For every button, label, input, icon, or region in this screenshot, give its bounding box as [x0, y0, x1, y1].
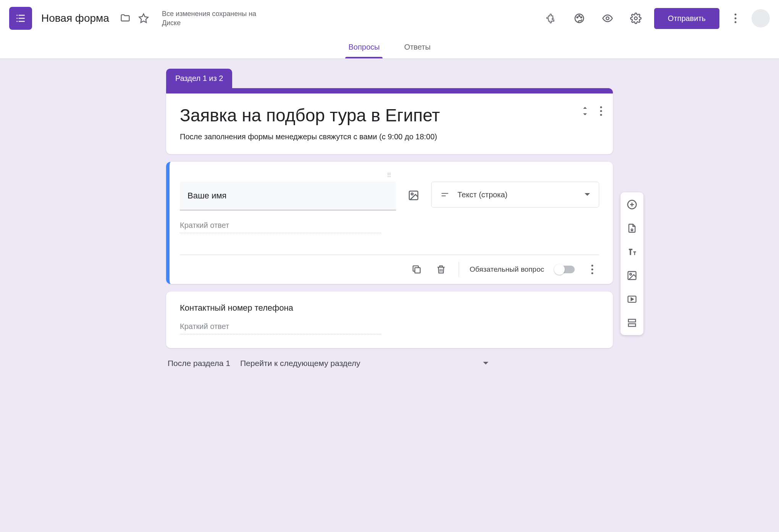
svg-point-6 [735, 14, 737, 16]
editor-canvas: Раздел 1 из 2 Заявка на подбор тура в Ег… [0, 59, 779, 532]
settings-icon[interactable] [628, 11, 643, 26]
form-description[interactable]: После заполнения формы менеджеры свяжутс… [180, 132, 599, 141]
duplicate-icon[interactable] [410, 263, 423, 276]
form-icon [15, 12, 27, 24]
chevron-down-icon [584, 193, 590, 197]
add-video-icon[interactable] [624, 292, 640, 307]
after-section-label: После раздела 1 [168, 359, 230, 368]
addons-icon[interactable] [543, 11, 559, 26]
add-title-icon[interactable] [624, 244, 640, 260]
save-status: Все изменения сохранены на Диске [162, 9, 261, 28]
add-image-icon[interactable] [624, 268, 640, 283]
tab-questions[interactable]: Вопросы [345, 37, 383, 58]
add-question-icon[interactable] [624, 197, 640, 212]
palette-icon[interactable] [572, 11, 587, 26]
question-title[interactable]: Контактный номер телефона [180, 303, 599, 313]
document-title[interactable]: Новая форма [41, 12, 109, 24]
svg-point-16 [592, 269, 593, 271]
svg-point-17 [592, 272, 593, 274]
question-more-icon[interactable] [585, 263, 599, 276]
after-section-action: Перейти к следующему разделу [240, 359, 360, 368]
question-type-label: Текст (строка) [457, 190, 507, 199]
card-more-icon[interactable] [600, 106, 602, 116]
svg-rect-23 [629, 324, 636, 326]
form-header-card[interactable]: Заявка на подбор тура в Египет После зап… [166, 88, 613, 154]
svg-point-2 [579, 15, 580, 16]
required-toggle[interactable] [555, 266, 575, 273]
question-card-inactive[interactable]: Контактный номер телефона Краткий ответ [166, 292, 613, 348]
svg-point-8 [735, 21, 737, 23]
required-label: Обязательный вопрос [470, 265, 544, 274]
add-image-icon[interactable] [407, 189, 420, 202]
svg-rect-14 [415, 268, 420, 273]
preview-icon[interactable] [600, 11, 615, 26]
add-section-icon[interactable] [624, 315, 640, 330]
svg-point-4 [606, 17, 609, 20]
side-toolbar [621, 192, 643, 335]
collapse-icon[interactable] [581, 106, 589, 116]
avatar[interactable] [752, 9, 770, 27]
more-icon[interactable] [728, 11, 743, 26]
svg-point-5 [634, 17, 637, 20]
svg-point-15 [592, 265, 593, 267]
section-indicator: Раздел 1 из 2 [166, 69, 232, 88]
delete-icon[interactable] [434, 263, 448, 276]
star-icon[interactable] [137, 11, 150, 25]
question-type-select[interactable]: Текст (строка) [431, 182, 599, 208]
question-card-active[interactable]: ⠿ Текст (строка) Краткий ответ [166, 162, 613, 284]
folder-icon[interactable] [118, 11, 132, 25]
forms-logo[interactable] [9, 7, 32, 30]
drag-handle-icon[interactable]: ⠿ [180, 172, 599, 179]
main-tabs: Вопросы Ответы [0, 37, 779, 59]
import-questions-icon[interactable] [624, 221, 640, 236]
svg-point-1 [577, 17, 578, 18]
answer-placeholder: Краткий ответ [180, 221, 381, 233]
short-text-icon [440, 190, 450, 200]
svg-point-13 [411, 193, 413, 195]
tab-answers[interactable]: Ответы [401, 37, 433, 58]
svg-rect-22 [629, 319, 636, 322]
after-section-select[interactable]: Перейти к следующему разделу [240, 359, 489, 368]
answer-placeholder: Краткий ответ [180, 322, 381, 334]
after-section-row: После раздела 1 Перейти к следующему раз… [166, 359, 613, 368]
send-button[interactable]: Отправить [654, 8, 719, 29]
form-title[interactable]: Заявка на подбор тура в Египет [180, 105, 599, 126]
question-title-input[interactable] [180, 182, 396, 210]
svg-point-20 [630, 273, 632, 275]
svg-point-7 [735, 18, 737, 19]
svg-point-11 [600, 114, 602, 116]
chevron-down-icon [483, 361, 489, 365]
svg-point-10 [600, 110, 602, 112]
svg-point-3 [580, 17, 582, 18]
svg-point-9 [600, 106, 602, 108]
header: Новая форма Все изменения сохранены на Д… [0, 0, 779, 37]
